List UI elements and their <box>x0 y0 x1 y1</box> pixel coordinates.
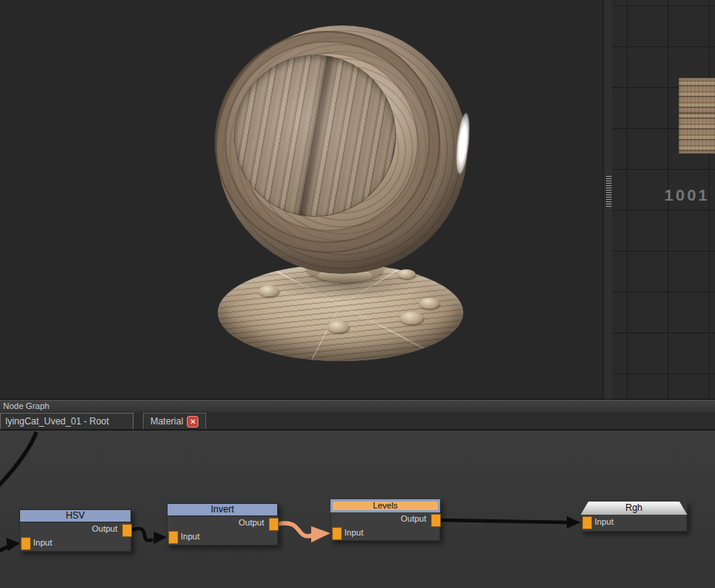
tab-root-label: lyingCat_Uved_01 - Root <box>5 416 109 427</box>
uv-texture-tile <box>679 78 715 154</box>
node-invert-header: Invert <box>167 503 278 516</box>
node-hsv-header: HSV <box>19 509 131 522</box>
node-invert[interactable]: Invert Output Input <box>167 503 278 546</box>
arrowhead <box>6 538 20 551</box>
node-levels-header: Levels <box>330 499 440 512</box>
input-port[interactable] <box>21 537 31 550</box>
uv-grid-canvas[interactable]: 1001 <box>612 0 715 399</box>
pedestal-bump <box>259 286 279 296</box>
wire-hsv-to-invert[interactable] <box>131 529 153 540</box>
node-rgh[interactable]: Rgh Input <box>581 502 687 532</box>
tab-material[interactable]: Material ✕ <box>143 413 206 429</box>
output-port-label: Output <box>168 516 277 530</box>
tab-close-icon[interactable]: ✕ <box>187 416 198 427</box>
input-port[interactable] <box>582 516 592 529</box>
panel-splitter-handle[interactable] <box>606 176 612 207</box>
arrowhead <box>154 532 167 544</box>
pedestal-bump <box>327 321 349 333</box>
node-graph-canvas[interactable]: HSV Output Input Invert Output Input <box>0 431 715 588</box>
input-port-label: Input <box>581 515 686 529</box>
shader-ball-face <box>234 55 396 217</box>
node-levels[interactable]: Levels Output Input <box>330 499 440 541</box>
arrowhead <box>311 526 330 542</box>
wire-invert-to-levels[interactable] <box>278 523 312 536</box>
node-rgh-header: Rgh <box>581 502 687 515</box>
tab-root-graph[interactable]: lyingCat_Uved_01 - Root <box>0 413 134 429</box>
node-graph-titlebar: Node Graph <box>0 399 715 412</box>
input-port[interactable] <box>332 527 342 540</box>
node-hsv[interactable]: HSV Output Input <box>19 509 131 552</box>
tab-material-label: Material <box>151 414 184 429</box>
output-port-label: Output <box>331 512 439 526</box>
node-graph-title: Node Graph <box>0 400 715 412</box>
uv-image-panel[interactable]: 1001 <box>603 0 715 399</box>
pedestal-bump <box>397 269 415 279</box>
wire-levels-to-rgh[interactable] <box>440 520 568 522</box>
pedestal-bump <box>400 312 423 324</box>
arrowhead <box>567 516 581 529</box>
output-port-label: Output <box>20 522 130 536</box>
node-graph-tabbar: lyingCat_Uved_01 - Root Material ✕ <box>0 412 715 431</box>
input-port[interactable] <box>168 531 178 544</box>
input-port-label: Input <box>331 526 439 540</box>
node-graph-panel: Node Graph lyingCat_Uved_01 - Root Mater… <box>0 399 715 588</box>
input-port-label: Input <box>20 536 130 550</box>
udim-label: 1001 <box>612 186 710 204</box>
pedestal-bump <box>419 298 439 309</box>
input-port-label: Input <box>168 530 277 544</box>
wire-offscreen-left[interactable] <box>0 432 36 489</box>
3d-viewport[interactable] <box>0 0 603 399</box>
output-port[interactable] <box>431 514 441 527</box>
output-port[interactable] <box>122 524 132 537</box>
output-port[interactable] <box>269 518 279 531</box>
